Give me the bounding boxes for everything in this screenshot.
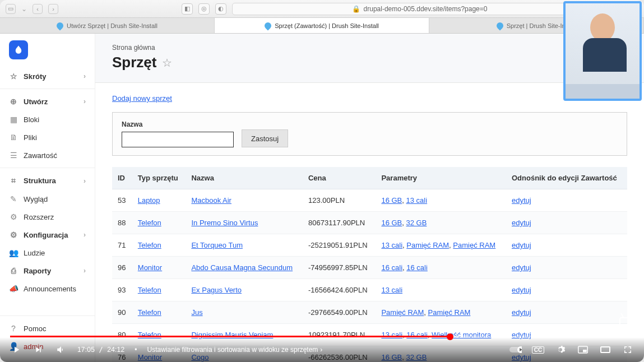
sidebar-item-raporty[interactable]: ⎙Raporty› — [0, 262, 95, 280]
dropdown-icon[interactable]: ⌄ — [21, 5, 27, 13]
safari-toolbar: ▭ ⌄ ‹ › ◧ ◎ ◐ 🔒 drupal-demo-005.ddev.sit… — [0, 0, 644, 18]
menu-icon: 📣 — [9, 284, 18, 293]
sidebar-item-zawartość[interactable]: ☰Zawartość — [0, 146, 95, 164]
param-link[interactable]: 16 GB — [381, 196, 402, 205]
column-header[interactable]: ID — [112, 167, 132, 189]
param-link[interactable]: Pamięć RAM — [406, 241, 449, 249]
chapter-title[interactable]: Ustawianie filtrowania i sortowania w wi… — [147, 346, 323, 354]
param-link[interactable]: 16 cali — [406, 263, 428, 272]
type-link[interactable]: Telefon — [138, 219, 161, 227]
sidebar-item-utwórz[interactable]: ⊕Utwórz› — [0, 92, 95, 110]
edit-link[interactable]: edytuj — [512, 263, 531, 272]
column-header[interactable]: Nazwa — [186, 167, 303, 189]
param-link[interactable]: 13 cali — [381, 286, 402, 294]
type-link[interactable]: Telefon — [138, 308, 161, 317]
volume-button[interactable] — [55, 344, 67, 356]
name-filter-input[interactable] — [122, 132, 234, 147]
type-link[interactable]: Monitor — [138, 263, 162, 272]
sidebar-item-konfiguracja[interactable]: ⚙Konfiguracja› — [0, 226, 95, 244]
sidebar-item-wygląd[interactable]: ✎Wygląd — [0, 190, 95, 208]
main-content: Strona główna Sprzęt ☆ Dodaj nowy sprzęt… — [95, 34, 644, 362]
cell-id: 90 — [112, 301, 132, 324]
param-link[interactable]: Pamięć RAM — [381, 308, 424, 317]
browser-tab-0[interactable]: Utwórz Sprzęt | Drush Site-Install — [0, 18, 215, 33]
cell-price: -16566424.60PLN — [303, 279, 376, 301]
sidebar-item-label: Pomoc — [24, 324, 46, 333]
sidebar-item-bloki[interactable]: ▦Bloki — [0, 110, 95, 128]
play-button[interactable] — [10, 344, 22, 356]
param-link[interactable]: 13 cali — [406, 196, 428, 205]
cell-params: 16 GB, 13 cali — [376, 189, 506, 212]
edit-link[interactable]: edytuj — [512, 241, 531, 249]
privacy-icon[interactable]: ◎ — [198, 3, 210, 15]
theater-button[interactable] — [599, 344, 611, 356]
sidebar-item-label: Ludzie — [24, 249, 45, 257]
sidebar-item-announcements[interactable]: 📣Announcements — [0, 280, 95, 298]
sidebar-toggle-icon[interactable]: ▭ — [6, 4, 16, 14]
address-bar[interactable]: 🔒 drupal-demo-005.ddev.site/items?page=0 — [232, 3, 607, 15]
sidebar-item-help[interactable]: ?Pomoc — [0, 319, 95, 337]
drupal-logo[interactable] — [9, 40, 28, 59]
type-link[interactable]: Telefon — [138, 286, 161, 294]
sidebar-item-rozszerz[interactable]: ⚙Rozszerz — [0, 208, 95, 226]
cell-params: 16 GB, 32 GB — [376, 212, 506, 234]
next-button[interactable] — [33, 344, 45, 356]
sidebar-item-struktura[interactable]: ⌗Struktura› — [0, 171, 95, 190]
column-header[interactable]: Typ sprzętu — [132, 167, 186, 189]
url-text: drupal-demo-005.ddev.site/items?page=0 — [364, 5, 488, 13]
name-link[interactable]: Ex Pagus Verto — [191, 286, 242, 294]
column-header[interactable]: Odnośnik do edycji Zawartość — [506, 167, 627, 189]
miniplayer-button[interactable] — [577, 344, 589, 356]
add-new-link[interactable]: Dodaj nowy sprzęt — [112, 94, 172, 103]
name-link[interactable]: Abdo Causa Magna Secundum — [191, 263, 293, 272]
type-link[interactable]: Laptop — [138, 196, 160, 205]
menu-icon: ⊕ — [9, 97, 18, 106]
sidebar-item-ludzie[interactable]: 👥Ludzie — [0, 244, 95, 262]
sidebar-item-label: Konfiguracja — [24, 231, 68, 239]
edit-link[interactable]: edytuj — [512, 308, 531, 317]
param-link[interactable]: Pamięć RAM — [453, 241, 495, 249]
captions-button[interactable]: CC — [532, 344, 544, 356]
sidebar-item-skróty[interactable]: ☆Skróty› — [0, 67, 95, 85]
cell-params: 13 cali, Pamięć RAM, Pamięć RAM — [376, 234, 506, 257]
admin-sidebar: ☆Skróty› ⊕Utwórz›▦Bloki🗎Pliki☰Zawartość … — [0, 34, 95, 362]
autoplay-toggle[interactable] — [509, 344, 522, 356]
table-row: 90TelefonJus-29766549.00PLNPamięć RAM, P… — [112, 301, 627, 324]
shield-icon[interactable]: ◧ — [182, 3, 193, 15]
favorite-star-icon[interactable]: ☆ — [162, 56, 172, 69]
filter-label: Nazwa — [122, 120, 234, 128]
name-link[interactable]: Macbook Air — [191, 196, 231, 205]
name-link[interactable]: In Premo Sino Virtus — [191, 219, 258, 227]
edit-link[interactable]: edytuj — [512, 219, 531, 227]
param-link[interactable]: 13 cali — [381, 241, 402, 249]
svg-rect-3 — [583, 350, 587, 352]
tab-label: Sprzęt (Zawartość) | Drush Site-Install — [275, 22, 379, 29]
menu-icon: ⚙ — [9, 230, 18, 239]
breadcrumb[interactable]: Strona główna — [112, 44, 627, 52]
edit-link[interactable]: edytuj — [512, 286, 531, 294]
column-header[interactable]: Parametry — [376, 167, 506, 189]
fullscreen-button[interactable] — [622, 344, 634, 356]
edit-link[interactable]: edytuj — [512, 196, 531, 205]
param-link[interactable]: Pamięć RAM — [428, 308, 471, 317]
cell-price: -29766549.00PLN — [303, 301, 376, 324]
param-link[interactable]: 32 GB — [406, 219, 427, 227]
forward-button[interactable]: › — [48, 4, 58, 14]
browser-tab-1[interactable]: Sprzęt (Zawartość) | Drush Site-Install — [215, 18, 429, 33]
name-link[interactable]: Jus — [191, 308, 202, 317]
name-link[interactable]: Et Torqueo Tum — [191, 241, 243, 249]
param-link[interactable]: 16 GB — [381, 219, 402, 227]
param-link[interactable]: 16 cali — [381, 263, 402, 272]
column-header[interactable]: Cena — [303, 167, 376, 189]
suggested-video-icon[interactable] — [618, 313, 634, 326]
menu-icon: ☆ — [9, 72, 18, 81]
cell-params: Pamięć RAM, Pamięć RAM — [376, 301, 506, 324]
back-button[interactable]: ‹ — [33, 4, 43, 14]
settings-button[interactable] — [554, 344, 567, 356]
apply-button[interactable]: Zastosuj — [242, 129, 288, 147]
sidebar-item-label: Pliki — [24, 133, 37, 142]
sidebar-item-pliki[interactable]: 🗎Pliki — [0, 128, 95, 146]
type-link[interactable]: Telefon — [138, 241, 161, 249]
chevron-right-icon: › — [84, 267, 86, 275]
extension-icon[interactable]: ◐ — [215, 3, 226, 15]
